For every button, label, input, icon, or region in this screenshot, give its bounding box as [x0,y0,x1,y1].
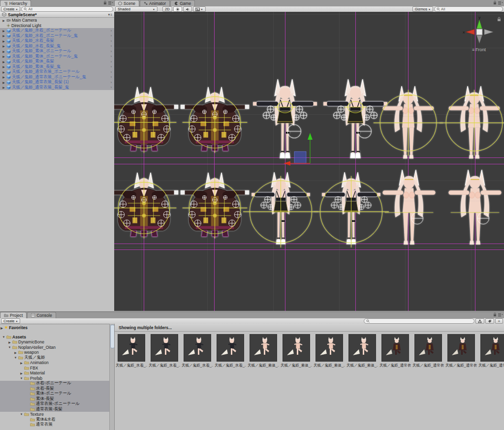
asset-thumbnail-swim[interactable] [217,334,244,362]
viewport-lock-icon[interactable] [497,17,501,22]
prefab-chevron-icon[interactable]: › [111,44,112,48]
scene-header-menu-icon[interactable]: ▼≡ [108,13,112,16]
tree-item-favorites[interactable]: ▶★Favorites [0,325,109,331]
scene-lighting-button[interactable] [173,6,182,12]
tree-item-folder[interactable]: 通常衣装 [0,422,109,428]
tree-item-folder[interactable]: 水着-ポニーテール [0,381,109,386]
prefab-chevron-icon[interactable]: › [111,81,112,84]
scene-character-kimono[interactable] [114,170,182,253]
prefab-chevron-icon[interactable]: › [111,39,112,43]
tree-item-folder[interactable]: ▼Assets [0,335,109,340]
asset-item[interactable]: 天狐／鬼姫_素体_... [283,334,310,368]
tree-item-folder[interactable]: FBX [0,366,109,371]
lock-icon[interactable] [103,0,107,5]
tab-hierarchy[interactable]: Hierarchy [0,0,31,6]
project-search-input[interactable] [364,318,474,324]
tree-item-folder[interactable]: ▼天狐／鬼姫 [0,355,109,361]
orientation-gizmo[interactable]: y x ≡ Front [461,15,497,52]
asset-item[interactable]: 天狐／鬼姫_素体_... [250,334,277,368]
orientation-mode-label[interactable]: ≡ Front [461,47,497,52]
project-create-button[interactable]: Create▼ [1,318,20,324]
asset-thumbnail-swim[interactable] [184,334,211,362]
tree-item-folder[interactable]: ▶weapon [0,350,109,355]
search-by-type-button[interactable] [475,318,484,324]
favorite-search-button[interactable]: ★ [495,318,503,324]
asset-item[interactable]: 天狐／鬼姫_水着_... [184,334,211,368]
asset-thumbnail-kimono[interactable] [447,334,475,362]
scene-tabbar: SceneAnimatorGame [114,0,504,7]
hierarchy-item-prefab[interactable]: ▶ 天狐／鬼姫_通常衣装_長髪_鬼› [0,85,114,91]
scene-asset-header[interactable]: SampleScene* ▼≡ [0,12,114,18]
lock-icon[interactable] [493,312,497,317]
prefab-chevron-icon[interactable]: › [111,86,112,89]
scene-audio-button[interactable] [183,6,192,12]
scene-viewport[interactable]: y x ≡ Front [114,12,504,311]
asset-thumbnail-swim[interactable] [118,334,145,362]
asset-item[interactable]: 天狐／鬼姫_通常衣... [480,334,504,368]
tree-item-folder[interactable]: ▶Animation [0,360,109,366]
tree-item-folder[interactable]: 素体&水着 [0,417,109,423]
scene-character-kimono[interactable] [177,170,253,253]
folder-icon [30,381,35,385]
tree-item-folder[interactable]: 通常衣装-長髪 [0,407,109,412]
tree-item-folder[interactable]: ▶Material [0,370,109,376]
asset-item[interactable]: 天狐／鬼姫_通常衣... [414,334,441,368]
asset-thumbnail-swim[interactable] [151,334,178,362]
scene-character-body[interactable] [437,84,504,166]
prefab-chevron-icon[interactable]: › [111,70,112,74]
tab-project[interactable]: Project [0,312,27,318]
scene-character-swim[interactable] [243,170,318,252]
tab-console[interactable]: Console [27,312,56,318]
prefab-chevron-icon[interactable]: › [111,60,112,63]
search-by-label-button[interactable] [485,318,494,324]
panel-menu-icon[interactable] [498,312,503,317]
hierarchy-item[interactable]: ▶ Main Camera [0,18,114,23]
gizmos-dropdown[interactable]: Gizmos▼ [412,6,433,12]
tree-item-folder[interactable]: ▼NoplanAtelier_Oitan [0,345,109,350]
panel-menu-icon[interactable] [498,0,503,5]
tab-animator[interactable]: Animator [140,0,170,6]
asset-thumbnail-body[interactable] [283,334,310,362]
tree-item-folder[interactable]: 素体-ポニーテール [0,391,109,397]
scene-search-input[interactable]: All [434,6,503,12]
asset-thumbnail-kimono[interactable] [414,334,442,362]
asset-thumbnail-kimono[interactable] [480,334,504,362]
prefab-chevron-icon[interactable]: › [111,50,112,53]
prefab-chevron-icon[interactable]: › [111,29,112,32]
asset-thumbnail-body[interactable] [250,334,277,362]
hierarchy-icon [4,1,8,5]
asset-item[interactable]: 天狐／鬼姫_水着_... [217,334,244,368]
hierarchy-create-button[interactable]: Create▼ [1,6,20,12]
prefab-chevron-icon[interactable]: › [111,75,112,79]
asset-thumbnail-kimono[interactable] [381,334,409,362]
asset-item[interactable]: 天狐／鬼姫_水着_... [151,334,178,368]
toggle-2d-button[interactable]: 2D [162,6,172,12]
scene-character-kimono[interactable] [177,84,253,167]
asset-item[interactable]: 天狐／鬼姫_通常衣... [447,334,474,368]
tab-scene[interactable]: Scene [114,0,139,6]
project-icon [4,313,8,317]
hierarchy-search-input[interactable]: All [21,6,113,12]
asset-thumbnail-body[interactable] [348,334,376,362]
asset-thumbnail-body[interactable] [315,334,343,362]
translate-gizmo[interactable] [281,131,320,170]
panel-menu-icon[interactable] [108,0,113,5]
scene-character-kimono[interactable] [114,84,182,167]
tree-item-folder[interactable]: ▶DynamicBone [0,339,109,345]
asset-item[interactable]: 天狐／鬼姫_素体_... [348,334,376,368]
prefab-chevron-icon[interactable]: › [111,34,112,37]
scene-character-body[interactable] [436,168,504,252]
asset-item[interactable]: 天狐／鬼姫_素体_... [315,334,343,368]
prefab-chevron-icon[interactable]: › [111,55,112,58]
prefab-chevron-icon[interactable]: › [111,65,112,68]
asset-item[interactable]: 天狐／鬼姫_水着_... [118,334,145,368]
console-icon [31,313,35,317]
asset-item[interactable]: 天狐／鬼姫_通常衣... [381,334,409,368]
tab-game[interactable]: Game [170,0,195,6]
project-tree-scrollbar[interactable] [109,324,114,430]
scene-character-body[interactable] [371,84,446,166]
draw-mode-dropdown[interactable]: Shaded▼ [115,6,158,12]
scene-effects-dropdown[interactable]: ▼ [193,6,206,12]
hierarchy-panel: Hierarchy Create▼ All SampleScene* ▼≡ ▶ … [0,0,115,311]
lock-icon[interactable] [493,0,497,5]
